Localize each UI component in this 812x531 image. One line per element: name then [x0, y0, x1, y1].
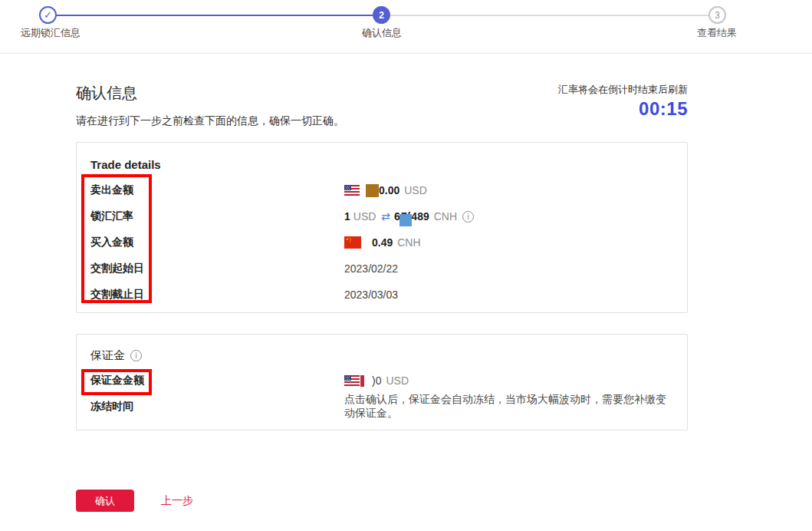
- us-flag-icon: [344, 375, 360, 386]
- margin-amount-value: )0 USD: [344, 374, 409, 387]
- us-flag-icon: [344, 185, 360, 196]
- lock-rate-value: 1 USD ⇄ 6 7( 489 CNH i: [344, 210, 474, 223]
- refresh-note: 汇率将会在倒计时结束后刷新: [558, 83, 688, 97]
- buy-amount-label: 买入金额: [90, 236, 344, 249]
- sell-currency-code: USD: [404, 184, 427, 196]
- step-1-label: 远期锁汇信息: [21, 26, 81, 40]
- rate-info-icon[interactable]: i: [462, 211, 474, 223]
- delivery-end-label: 交割截止日: [90, 288, 344, 302]
- delivery-start-value: 2023/02/22: [344, 262, 398, 275]
- lock-rate-label: 锁汇汇率: [90, 209, 344, 223]
- delivery-start-row: 交割起始日 2023/02/22: [90, 256, 673, 282]
- buy-currency-code: CNH: [397, 236, 420, 249]
- cn-flag-icon: [344, 236, 361, 249]
- margin-amount-label: 保证金金额: [90, 374, 344, 388]
- redaction-block-margin: [360, 375, 364, 387]
- rate-refresh-block: 汇率将会在倒计时结束后刷新 00:15: [558, 83, 688, 128]
- trade-details-title: Trade details: [90, 158, 673, 171]
- freeze-time-row: 冻结时间 点击确认后，保证金会自动冻结，当市场大幅波动时，需要您补缴变动保证金。: [90, 394, 673, 420]
- buy-amount-number: 0.49: [372, 236, 393, 249]
- redaction-block-sell-amount: [366, 184, 379, 197]
- check-icon: ✓: [44, 9, 52, 21]
- buy-amount-value: 0.49 CNH: [344, 236, 421, 249]
- buy-amount-row: 买入金额 0.49 CNH: [90, 229, 673, 256]
- margin-card: 保证金 i 保证金金额: [76, 334, 688, 430]
- freeze-time-text: 点击确认后，保证金会自动冻结，当市场大幅波动时，需要您补缴变动保证金。: [344, 393, 673, 421]
- action-bar: 确认 上一步: [76, 490, 193, 512]
- page-subtitle: 请在进行到下一步之前检查下面的信息，确保一切正确。: [76, 114, 344, 128]
- delivery-end-value: 2023/03/03: [344, 289, 398, 301]
- sell-amount-number: 0.00: [379, 184, 399, 196]
- redaction-block-rate: [399, 214, 412, 226]
- step-3-label: 查看结果: [697, 26, 737, 40]
- confirm-button[interactable]: 确认: [76, 490, 134, 512]
- countdown-timer: 00:15: [558, 98, 688, 120]
- delivery-start-label: 交割起始日: [90, 262, 344, 275]
- page-title: 确认信息: [76, 83, 344, 104]
- previous-step-link[interactable]: 上一步: [161, 494, 193, 508]
- sell-amount-label: 卖出金额: [90, 183, 344, 197]
- margin-amount-number: )0: [372, 374, 381, 387]
- freeze-time-label: 冻结时间: [90, 400, 344, 414]
- sell-amount-row: 卖出金额: [90, 177, 673, 203]
- rate-obscured-digits: 7(: [400, 210, 411, 223]
- margin-amount-row: 保证金金额: [90, 368, 673, 394]
- rate-tail: 489: [411, 210, 429, 223]
- margin-info-icon[interactable]: i: [130, 350, 142, 361]
- swap-arrows-icon: ⇄: [381, 210, 390, 223]
- trade-details-card: Trade details 卖出金额: [76, 142, 688, 313]
- rate-prefix: 1: [344, 210, 350, 223]
- rate-quote-currency: CNH: [434, 210, 457, 223]
- margin-title: 保证金: [90, 348, 125, 363]
- delivery-end-row: 交割截止日 2023/03/03: [90, 282, 673, 308]
- step-3-circle[interactable]: 3: [708, 6, 726, 24]
- step-3-number: 3: [715, 10, 720, 21]
- rate-base-currency: USD: [353, 210, 376, 223]
- margin-title-row: 保证金 i: [90, 348, 673, 363]
- page-header: 确认信息 请在进行到下一步之前检查下面的信息，确保一切正确。 汇率将会在倒计时结…: [76, 83, 688, 128]
- lock-rate-row: 锁汇汇率 1 USD ⇄ 6 7( 489 CNH i: [90, 203, 673, 229]
- sell-amount-value: 0.00 USD: [344, 184, 427, 197]
- page-header-left: 确认信息 请在进行到下一步之前检查下面的信息，确保一切正确。: [76, 83, 344, 128]
- margin-currency-code: USD: [386, 374, 409, 387]
- main-content: 确认信息 请在进行到下一步之前检查下面的信息，确保一切正确。 汇率将会在倒计时结…: [76, 0, 688, 531]
- step-1-circle[interactable]: ✓: [39, 6, 57, 24]
